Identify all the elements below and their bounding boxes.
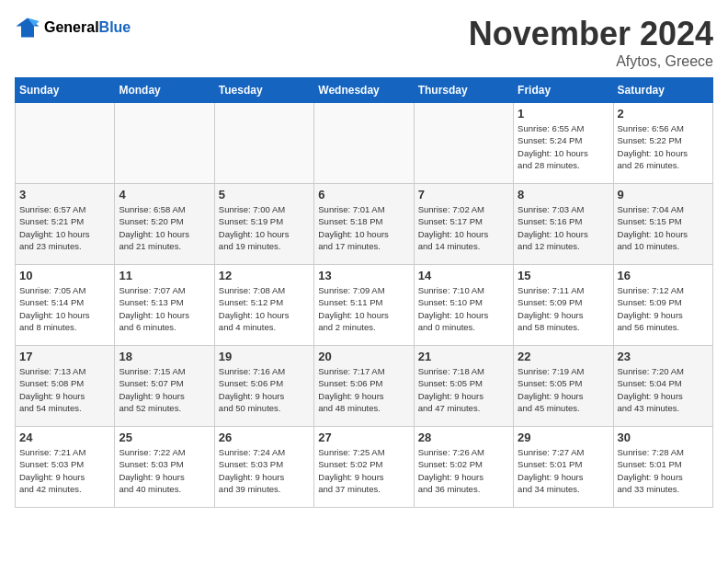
day-number: 4 xyxy=(119,188,210,201)
day-info: Sunrise: 7:20 AM Sunset: 5:04 PM Dayligh… xyxy=(618,365,709,414)
calendar-cell: 21Sunrise: 7:18 AM Sunset: 5:05 PM Dayli… xyxy=(414,346,513,427)
page-header: GeneralBlue November 2024 Afytos, Greece xyxy=(15,15,713,70)
calendar-cell: 30Sunrise: 7:28 AM Sunset: 5:01 PM Dayli… xyxy=(613,427,712,508)
day-number: 20 xyxy=(318,350,409,363)
day-info: Sunrise: 7:02 AM Sunset: 5:17 PM Dayligh… xyxy=(418,203,509,252)
day-info: Sunrise: 7:12 AM Sunset: 5:09 PM Dayligh… xyxy=(618,284,709,333)
calendar-cell: 14Sunrise: 7:10 AM Sunset: 5:10 PM Dayli… xyxy=(414,265,513,346)
day-info: Sunrise: 7:13 AM Sunset: 5:08 PM Dayligh… xyxy=(19,365,110,414)
day-info: Sunrise: 7:21 AM Sunset: 5:03 PM Dayligh… xyxy=(19,446,110,495)
calendar-cell: 9Sunrise: 7:04 AM Sunset: 5:15 PM Daylig… xyxy=(613,184,712,265)
day-number: 22 xyxy=(518,350,609,363)
weekday-header-thursday: Thursday xyxy=(414,78,513,103)
day-number: 3 xyxy=(19,188,110,201)
day-info: Sunrise: 7:05 AM Sunset: 5:14 PM Dayligh… xyxy=(19,284,110,333)
day-info: Sunrise: 7:22 AM Sunset: 5:03 PM Dayligh… xyxy=(119,446,210,495)
week-row-4: 17Sunrise: 7:13 AM Sunset: 5:08 PM Dayli… xyxy=(16,346,713,427)
week-row-2: 3Sunrise: 6:57 AM Sunset: 5:21 PM Daylig… xyxy=(16,184,713,265)
calendar-cell xyxy=(16,103,115,184)
logo-icon xyxy=(15,15,40,40)
calendar-cell: 22Sunrise: 7:19 AM Sunset: 5:05 PM Dayli… xyxy=(514,346,613,427)
calendar-cell: 5Sunrise: 7:00 AM Sunset: 5:19 PM Daylig… xyxy=(214,184,313,265)
day-number: 19 xyxy=(219,350,310,363)
weekday-header-saturday: Saturday xyxy=(613,78,712,103)
weekday-header-friday: Friday xyxy=(514,78,613,103)
calendar-cell xyxy=(115,103,214,184)
day-number: 15 xyxy=(518,269,609,282)
calendar-cell xyxy=(314,103,414,184)
day-info: Sunrise: 6:58 AM Sunset: 5:20 PM Dayligh… xyxy=(119,203,210,252)
day-number: 25 xyxy=(119,431,210,444)
day-number: 21 xyxy=(418,350,509,363)
calendar-cell: 4Sunrise: 6:58 AM Sunset: 5:20 PM Daylig… xyxy=(115,184,214,265)
weekday-header-row: SundayMondayTuesdayWednesdayThursdayFrid… xyxy=(16,78,713,103)
day-info: Sunrise: 7:10 AM Sunset: 5:10 PM Dayligh… xyxy=(418,284,509,333)
calendar-cell: 2Sunrise: 6:56 AM Sunset: 5:22 PM Daylig… xyxy=(613,103,712,184)
week-row-5: 24Sunrise: 7:21 AM Sunset: 5:03 PM Dayli… xyxy=(16,427,713,508)
day-number: 16 xyxy=(618,269,709,282)
day-info: Sunrise: 7:11 AM Sunset: 5:09 PM Dayligh… xyxy=(518,284,609,333)
day-info: Sunrise: 7:03 AM Sunset: 5:16 PM Dayligh… xyxy=(518,203,609,252)
calendar-cell: 27Sunrise: 7:25 AM Sunset: 5:02 PM Dayli… xyxy=(314,427,414,508)
calendar-cell: 25Sunrise: 7:22 AM Sunset: 5:03 PM Dayli… xyxy=(115,427,214,508)
day-number: 28 xyxy=(418,431,509,444)
title-area: November 2024 Afytos, Greece xyxy=(469,15,713,70)
calendar-cell: 28Sunrise: 7:26 AM Sunset: 5:02 PM Dayli… xyxy=(414,427,513,508)
day-info: Sunrise: 7:27 AM Sunset: 5:01 PM Dayligh… xyxy=(518,446,609,495)
day-number: 9 xyxy=(618,188,709,201)
day-info: Sunrise: 6:55 AM Sunset: 5:24 PM Dayligh… xyxy=(518,122,609,171)
week-row-3: 10Sunrise: 7:05 AM Sunset: 5:14 PM Dayli… xyxy=(16,265,713,346)
calendar-cell: 17Sunrise: 7:13 AM Sunset: 5:08 PM Dayli… xyxy=(16,346,115,427)
day-number: 26 xyxy=(219,431,310,444)
day-info: Sunrise: 7:15 AM Sunset: 5:07 PM Dayligh… xyxy=(119,365,210,414)
day-number: 8 xyxy=(518,188,609,201)
calendar-cell: 3Sunrise: 6:57 AM Sunset: 5:21 PM Daylig… xyxy=(16,184,115,265)
day-info: Sunrise: 7:17 AM Sunset: 5:06 PM Dayligh… xyxy=(318,365,409,414)
calendar-cell: 1Sunrise: 6:55 AM Sunset: 5:24 PM Daylig… xyxy=(514,103,613,184)
calendar-cell: 15Sunrise: 7:11 AM Sunset: 5:09 PM Dayli… xyxy=(514,265,613,346)
day-number: 14 xyxy=(418,269,509,282)
day-info: Sunrise: 6:57 AM Sunset: 5:21 PM Dayligh… xyxy=(19,203,110,252)
day-number: 1 xyxy=(518,107,609,121)
logo: GeneralBlue xyxy=(15,15,131,40)
calendar-cell: 13Sunrise: 7:09 AM Sunset: 5:11 PM Dayli… xyxy=(314,265,414,346)
day-number: 6 xyxy=(318,188,409,201)
logo-text: GeneralBlue xyxy=(44,19,131,36)
day-number: 11 xyxy=(119,269,210,282)
day-number: 2 xyxy=(618,107,709,121)
day-number: 30 xyxy=(618,431,709,444)
calendar-cell: 8Sunrise: 7:03 AM Sunset: 5:16 PM Daylig… xyxy=(514,184,613,265)
calendar-table: SundayMondayTuesdayWednesdayThursdayFrid… xyxy=(15,77,713,508)
day-info: Sunrise: 7:00 AM Sunset: 5:19 PM Dayligh… xyxy=(219,203,310,252)
day-info: Sunrise: 7:04 AM Sunset: 5:15 PM Dayligh… xyxy=(618,203,709,252)
day-info: Sunrise: 7:26 AM Sunset: 5:02 PM Dayligh… xyxy=(418,446,509,495)
day-info: Sunrise: 7:28 AM Sunset: 5:01 PM Dayligh… xyxy=(618,446,709,495)
day-number: 18 xyxy=(119,350,210,363)
day-number: 5 xyxy=(219,188,310,201)
day-number: 24 xyxy=(19,431,110,444)
day-info: Sunrise: 7:07 AM Sunset: 5:13 PM Dayligh… xyxy=(119,284,210,333)
location: Afytos, Greece xyxy=(469,53,713,70)
day-number: 17 xyxy=(19,350,110,363)
calendar-cell: 7Sunrise: 7:02 AM Sunset: 5:17 PM Daylig… xyxy=(414,184,513,265)
calendar-cell: 16Sunrise: 7:12 AM Sunset: 5:09 PM Dayli… xyxy=(613,265,712,346)
day-info: Sunrise: 7:01 AM Sunset: 5:18 PM Dayligh… xyxy=(318,203,409,252)
calendar-cell: 20Sunrise: 7:17 AM Sunset: 5:06 PM Dayli… xyxy=(314,346,414,427)
weekday-header-tuesday: Tuesday xyxy=(214,78,313,103)
calendar-cell: 29Sunrise: 7:27 AM Sunset: 5:01 PM Dayli… xyxy=(514,427,613,508)
day-info: Sunrise: 7:25 AM Sunset: 5:02 PM Dayligh… xyxy=(318,446,409,495)
calendar-cell xyxy=(214,103,313,184)
day-number: 13 xyxy=(318,269,409,282)
calendar-cell: 19Sunrise: 7:16 AM Sunset: 5:06 PM Dayli… xyxy=(214,346,313,427)
calendar-cell: 18Sunrise: 7:15 AM Sunset: 5:07 PM Dayli… xyxy=(115,346,214,427)
calendar-cell: 24Sunrise: 7:21 AM Sunset: 5:03 PM Dayli… xyxy=(16,427,115,508)
day-number: 27 xyxy=(318,431,409,444)
calendar-cell: 6Sunrise: 7:01 AM Sunset: 5:18 PM Daylig… xyxy=(314,184,414,265)
calendar-cell: 23Sunrise: 7:20 AM Sunset: 5:04 PM Dayli… xyxy=(613,346,712,427)
day-info: Sunrise: 7:18 AM Sunset: 5:05 PM Dayligh… xyxy=(418,365,509,414)
weekday-header-monday: Monday xyxy=(115,78,214,103)
day-info: Sunrise: 7:16 AM Sunset: 5:06 PM Dayligh… xyxy=(219,365,310,414)
day-number: 12 xyxy=(219,269,310,282)
day-info: Sunrise: 7:19 AM Sunset: 5:05 PM Dayligh… xyxy=(518,365,609,414)
day-info: Sunrise: 6:56 AM Sunset: 5:22 PM Dayligh… xyxy=(618,122,709,171)
